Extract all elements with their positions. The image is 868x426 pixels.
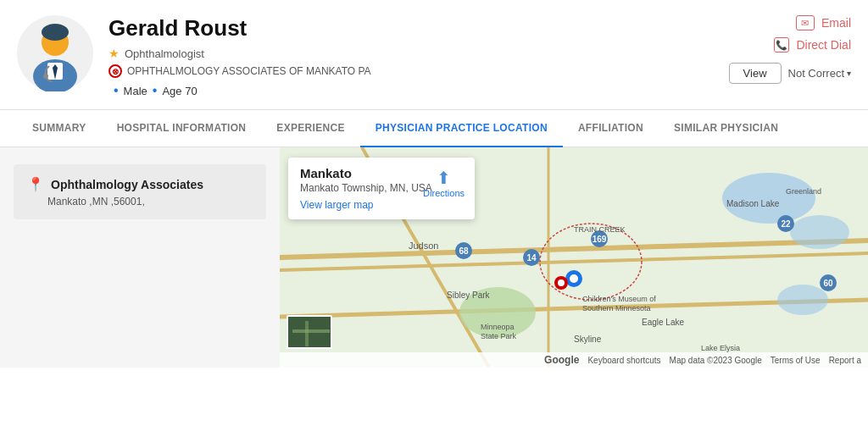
svg-rect-46 xyxy=(305,321,309,346)
profile-actions: ✉ Email 📞 Direct Dial View Not Correct ▾ xyxy=(698,15,851,84)
svg-text:Southern Minnesota: Southern Minnesota xyxy=(582,304,651,313)
view-larger-map-link[interactable]: View larger map xyxy=(300,199,432,211)
profile-specialty: ★ Ophthalmologist xyxy=(108,47,698,60)
tab-summary[interactable]: SUMMARY xyxy=(17,110,102,147)
svg-text:TRAIN CREEK: TRAIN CREEK xyxy=(574,225,626,234)
dot2: • xyxy=(153,84,158,97)
svg-point-15 xyxy=(777,285,828,315)
org-icon: ⊗ xyxy=(108,64,122,78)
direct-dial-link[interactable]: 📞 Direct Dial xyxy=(774,37,851,53)
svg-point-2 xyxy=(42,24,69,41)
content-area: 📍 Ophthalmology Associates Mankato ,MN ,… xyxy=(0,147,868,368)
directions-label: Directions xyxy=(423,188,465,198)
svg-text:Skyline: Skyline xyxy=(574,335,602,344)
direct-dial-label: Direct Dial xyxy=(796,38,851,52)
svg-point-13 xyxy=(722,173,815,224)
location-card[interactable]: 📍 Ophthalmology Associates Mankato ,MN ,… xyxy=(14,164,266,219)
not-correct-button[interactable]: Not Correct ▾ xyxy=(788,67,851,80)
left-panel: 📍 Ophthalmology Associates Mankato ,MN ,… xyxy=(0,147,280,368)
map-popup-title: Mankato xyxy=(300,166,432,180)
svg-text:60: 60 xyxy=(823,279,833,288)
keyboard-shortcuts-link[interactable]: Keyboard shortcuts xyxy=(587,356,660,365)
svg-point-6 xyxy=(43,74,48,79)
profile-name: Gerald Roust xyxy=(108,15,698,41)
profile-meta: • Male • Age 70 xyxy=(108,84,698,97)
tab-practice-location[interactable]: PHYSICIAN PRACTICE LOCATION xyxy=(360,110,563,147)
svg-point-14 xyxy=(790,215,849,249)
avatar xyxy=(17,15,93,91)
directions-icon: ⬆ xyxy=(437,168,451,188)
svg-text:Eagle Lake: Eagle Lake xyxy=(642,318,684,327)
profile-info: Gerald Roust ★ Ophthalmologist ⊗ OPHTHAL… xyxy=(108,15,698,97)
svg-text:Lake Elysia: Lake Elysia xyxy=(701,344,740,352)
nav-tabs: SUMMARY HOSPITAL INFORMATION EXPERIENCE … xyxy=(0,110,868,147)
map-thumbnail[interactable] xyxy=(287,315,332,349)
svg-text:Judson: Judson xyxy=(409,241,438,251)
profile-org: ⊗ OPHTHALMOLOGY ASSOCIATES OF MANKATO PA xyxy=(108,64,698,78)
svg-text:Madison Lake: Madison Lake xyxy=(726,199,780,208)
map-data-label: Map data ©2023 Google xyxy=(670,356,762,365)
phone-icon: 📞 xyxy=(774,37,789,53)
specialty-label: Ophthalmologist xyxy=(125,47,204,60)
tab-similar[interactable]: SIMILAR PHYSICIAN xyxy=(659,110,793,147)
gender-label: Male xyxy=(124,85,147,97)
svg-point-41 xyxy=(570,274,578,283)
svg-rect-45 xyxy=(292,329,330,333)
age-label: Age 70 xyxy=(162,85,197,97)
view-notcorrect-area: View Not Correct ▾ xyxy=(729,63,851,84)
svg-text:State Park: State Park xyxy=(481,332,517,340)
svg-text:Children's Museum of: Children's Museum of xyxy=(582,295,656,303)
google-logo: Google xyxy=(544,354,579,366)
tab-experience[interactable]: EXPERIENCE xyxy=(261,110,359,147)
email-label: Email xyxy=(821,16,851,30)
view-button[interactable]: View xyxy=(729,63,782,84)
star-icon: ★ xyxy=(108,47,120,60)
svg-text:Greenland: Greenland xyxy=(786,187,821,196)
org-name: OPHTHALMOLOGY ASSOCIATES OF MANKATO PA xyxy=(127,65,371,77)
svg-point-43 xyxy=(558,279,565,286)
svg-text:Minneopa: Minneopa xyxy=(481,323,515,331)
svg-text:Sibley Park: Sibley Park xyxy=(447,290,491,300)
dot1: • xyxy=(114,84,119,97)
map-bottom-bar: Google Keyboard shortcuts Map data ©2023… xyxy=(280,352,868,368)
svg-text:22: 22 xyxy=(781,219,791,229)
location-card-title: 📍 Ophthalmology Associates xyxy=(27,176,253,192)
org-location-name: Ophthalmology Associates xyxy=(51,178,203,191)
email-icon: ✉ xyxy=(796,15,815,30)
chevron-down-icon: ▾ xyxy=(847,69,851,78)
map-popup: Mankato Mankato Township, MN, USA View l… xyxy=(288,158,475,219)
tab-hospital[interactable]: HOSPITAL INFORMATION xyxy=(102,110,262,147)
location-pin-icon: 📍 xyxy=(27,176,44,192)
svg-text:68: 68 xyxy=(459,246,469,256)
location-address: Mankato ,MN ,56001, xyxy=(27,196,253,207)
map-popup-subtitle: Mankato Township, MN, USA xyxy=(300,182,432,194)
report-link[interactable]: Report a xyxy=(829,356,861,365)
svg-text:14: 14 xyxy=(526,253,537,263)
directions-button[interactable]: ⬆ Directions xyxy=(423,168,465,198)
email-link[interactable]: ✉ Email xyxy=(796,15,851,30)
map-area: 68 14 169 22 60 Judson Sibley Park Child… xyxy=(280,147,868,368)
svg-text:169: 169 xyxy=(593,235,607,244)
tab-affiliation[interactable]: AFFILIATION xyxy=(563,110,659,147)
terms-link[interactable]: Terms of Use xyxy=(771,356,821,365)
profile-header: Gerald Roust ★ Ophthalmologist ⊗ OPHTHAL… xyxy=(0,0,868,110)
